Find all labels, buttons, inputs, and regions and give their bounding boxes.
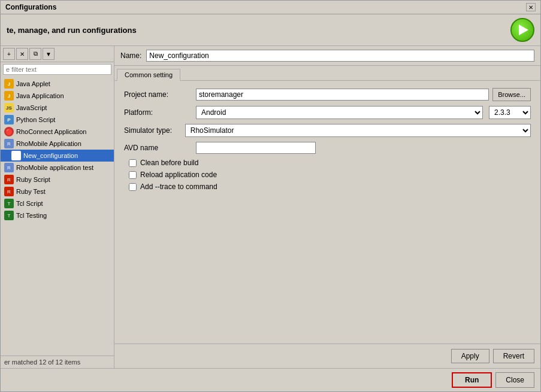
run-button[interactable]: Run — [452, 372, 492, 388]
project-name-input[interactable] — [196, 89, 489, 101]
menu-button[interactable]: ▼ — [43, 48, 55, 60]
js-icon: JS — [4, 103, 14, 113]
tab-common-setting[interactable]: Common setting — [117, 69, 180, 81]
new-config-icon: N — [11, 151, 21, 160]
sidebar-item-new-configuration[interactable]: N New_configuration — [1, 150, 114, 162]
config-panel: Name: Common setting Project name: Brows… — [114, 46, 540, 368]
platform-label: Platform: — [124, 108, 196, 117]
platform-select[interactable]: Android iOS Windows — [196, 106, 483, 119]
add-trace-row: Add --trace to command — [129, 183, 531, 191]
sidebar-item-tcl-script[interactable]: T Tcl Script — [1, 197, 114, 209]
reload-app-code-label[interactable]: Reload application code — [140, 171, 217, 179]
revert-button[interactable]: Revert — [493, 349, 534, 363]
main-window: Configurations ✕ te, manage, and run con… — [0, 0, 541, 392]
sidebar-item-rhomobile[interactable]: R RhoMobile Application — [1, 138, 114, 150]
project-label: Project name: — [124, 90, 196, 99]
add-trace-checkbox[interactable] — [129, 183, 137, 191]
java-app-icon: J — [4, 91, 14, 101]
name-label: Name: — [120, 51, 141, 60]
tcl-testing-icon: T — [4, 211, 14, 220]
simulator-select[interactable]: RhoSimulator Default — [185, 124, 531, 137]
name-input[interactable] — [146, 50, 534, 62]
close-button[interactable]: Close — [495, 372, 534, 388]
ruby-script-icon: R — [4, 175, 14, 184]
sidebar-item-rhomobile-test[interactable]: R RhoMobile application test — [1, 162, 114, 174]
tabs-row: Common setting — [114, 66, 540, 81]
main-content: + ✕ ⧉ ▼ J Java Applet J Java Application… — [1, 46, 540, 368]
run-icon-button[interactable] — [510, 18, 534, 42]
sidebar: + ✕ ⧉ ▼ J Java Applet J Java Application… — [1, 46, 114, 368]
sidebar-item-ruby-test[interactable]: R Ruby Test — [1, 186, 114, 197]
header-title: te, manage, and run configurations — [7, 26, 137, 35]
name-row: Name: — [114, 46, 540, 66]
java-applet-icon: J — [4, 79, 14, 89]
sidebar-item-ruby-script[interactable]: R Ruby Script — [1, 174, 114, 186]
platform-select-area: Android iOS Windows 2.3.3 2.3.2 2.3.1 — [196, 106, 531, 119]
title-bar: Configurations ✕ — [1, 1, 540, 14]
play-triangle-icon — [519, 25, 528, 35]
avd-name-row: AVD name — [124, 142, 531, 154]
avd-input[interactable] — [196, 142, 316, 154]
avd-label: AVD name — [124, 144, 196, 152]
sidebar-item-rhoconnect[interactable]: 🔴 RhoConnect Application — [1, 126, 114, 138]
apply-button[interactable]: Apply — [451, 349, 489, 363]
sidebar-tree: J Java Applet J Java Application JS Java… — [1, 77, 114, 355]
reload-app-code-checkbox[interactable] — [129, 171, 137, 179]
reload-app-code-row: Reload application code — [129, 171, 531, 179]
clean-before-build-checkbox[interactable] — [129, 159, 137, 167]
window-title: Configurations — [5, 3, 56, 11]
sidebar-item-javascript[interactable]: JS JavaScript — [1, 102, 114, 114]
ruby-test-icon: R — [4, 187, 14, 196]
add-trace-label[interactable]: Add --trace to command — [140, 183, 217, 191]
project-name-row: Project name: Browse... — [124, 88, 531, 101]
tcl-script-icon: T — [4, 199, 14, 208]
window-bottom: Run Close — [1, 368, 540, 391]
sidebar-item-java-application[interactable]: J Java Application — [1, 90, 114, 102]
rhoconnect-icon: 🔴 — [4, 127, 14, 136]
sidebar-item-tcl-testing[interactable]: T Tcl Testing — [1, 209, 114, 221]
sidebar-toolbar: + ✕ ⧉ ▼ — [1, 46, 114, 62]
rhomobile-test-icon: R — [4, 163, 14, 172]
sidebar-item-java-applet[interactable]: J Java Applet — [1, 78, 114, 90]
title-close-button[interactable]: ✕ — [526, 3, 536, 11]
simulator-label: Simulator type: — [124, 126, 185, 135]
form-area: Project name: Browse... Platform: Androi… — [114, 81, 540, 344]
bottom-buttons: Apply Revert — [114, 344, 540, 368]
platform-row: Platform: Android iOS Windows 2.3.3 2.3.… — [124, 106, 531, 119]
sidebar-footer: er matched 12 of 12 items — [1, 355, 114, 368]
duplicate-config-button[interactable]: ⧉ — [29, 48, 41, 60]
rhomobile-icon: R — [4, 139, 14, 148]
filter-input[interactable] — [3, 64, 111, 75]
delete-config-button[interactable]: ✕ — [16, 48, 28, 60]
header-area: te, manage, and run configurations — [1, 14, 540, 46]
sidebar-item-python-script[interactable]: P Python Script — [1, 114, 114, 126]
clean-before-build-label[interactable]: Clean before build — [140, 159, 198, 167]
new-config-button[interactable]: + — [3, 48, 15, 60]
clean-before-build-row: Clean before build — [129, 159, 531, 167]
python-icon: P — [4, 115, 14, 124]
version-select[interactable]: 2.3.3 2.3.2 2.3.1 — [489, 106, 531, 119]
browse-button[interactable]: Browse... — [492, 88, 531, 101]
simulator-type-row: Simulator type: RhoSimulator Default — [124, 124, 531, 137]
